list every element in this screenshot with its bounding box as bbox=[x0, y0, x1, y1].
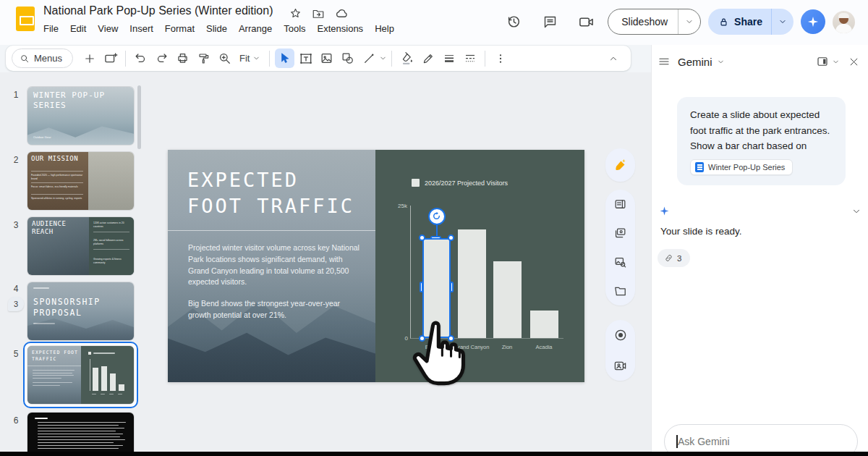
star-icon[interactable] bbox=[289, 7, 302, 20]
menu-file[interactable]: File bbox=[38, 20, 64, 37]
slideshow-label[interactable]: Slideshow bbox=[608, 9, 678, 35]
selection-handle-left[interactable] bbox=[420, 282, 423, 292]
thumb5-textline bbox=[33, 375, 74, 376]
menu-view[interactable]: View bbox=[92, 20, 124, 37]
rotate-arrow-icon bbox=[432, 211, 441, 221]
bar-big-bend[interactable]: Big Bend bbox=[422, 206, 451, 338]
insert-line-button[interactable] bbox=[359, 48, 378, 68]
slideshow-button[interactable]: Slideshow bbox=[608, 9, 701, 35]
selection-handle-top[interactable] bbox=[430, 236, 441, 240]
border-color-button[interactable] bbox=[418, 48, 438, 68]
images-button[interactable] bbox=[606, 219, 635, 248]
slide-thumbnail-6[interactable] bbox=[27, 413, 134, 456]
close-panel-icon[interactable] bbox=[848, 56, 859, 67]
text-box-button[interactable] bbox=[296, 48, 315, 68]
slideshow-dropdown[interactable] bbox=[678, 9, 700, 35]
slide-thumbnail-3[interactable]: AUDIENCE REACH 120K active customers in … bbox=[27, 217, 134, 275]
bar-label-zion: Zion bbox=[488, 344, 527, 351]
menu-edit[interactable]: Edit bbox=[64, 20, 92, 37]
legend-swatch bbox=[412, 179, 420, 187]
bar-acadia[interactable]: Acadia bbox=[530, 206, 558, 338]
filmstrip-scrollbar[interactable] bbox=[137, 85, 141, 149]
toolbar-divider bbox=[269, 51, 270, 67]
menu-slide[interactable]: Slide bbox=[200, 20, 233, 37]
bar-grand-canyon[interactable]: Grand Canyon bbox=[458, 206, 486, 338]
new-slide-layout-button[interactable] bbox=[101, 48, 120, 68]
undo-button[interactable] bbox=[131, 48, 150, 68]
border-weight-button[interactable] bbox=[439, 48, 459, 68]
menu-help[interactable]: Help bbox=[369, 20, 400, 37]
slide4-comment-badge[interactable]: 3 bbox=[8, 297, 24, 311]
panel-position-icon[interactable] bbox=[816, 55, 829, 68]
lock-icon bbox=[718, 17, 729, 28]
menu-tools[interactable]: Tools bbox=[278, 20, 311, 37]
slide-title[interactable]: EXPECTED FOOT TRAFFIC bbox=[187, 167, 354, 220]
menu-arrange[interactable]: Arrange bbox=[233, 20, 278, 37]
camera-record-button[interactable] bbox=[606, 351, 635, 380]
thumb5-mini-bar bbox=[110, 373, 116, 391]
menus-search[interactable]: Menus bbox=[12, 48, 73, 68]
image-search-button[interactable] bbox=[606, 248, 635, 276]
redo-button[interactable] bbox=[152, 48, 171, 68]
gemini-create-image-button[interactable] bbox=[606, 151, 635, 180]
slide-canvas[interactable]: EXPECTED FOOT TRAFFIC Projected winter v… bbox=[168, 150, 584, 382]
slides-logo-icon[interactable] bbox=[16, 7, 35, 31]
bar-zion[interactable]: Zion bbox=[493, 206, 522, 338]
more-options-button[interactable] bbox=[490, 48, 510, 68]
panel-position-dropdown[interactable] bbox=[832, 58, 840, 66]
insert-image-button[interactable] bbox=[317, 48, 336, 68]
record-button[interactable] bbox=[606, 321, 635, 350]
rotate-handle[interactable] bbox=[428, 208, 446, 225]
menu-insert[interactable]: Insert bbox=[124, 20, 159, 37]
collapse-toolbar-button[interactable] bbox=[603, 48, 623, 68]
user-message-text: Create a slide about expected foot traff… bbox=[690, 107, 833, 154]
slide-paragraph-1: Projected winter visitor volume across k… bbox=[188, 242, 363, 288]
slide-thumbnail-5[interactable]: EXPECTED FOOT TRAFFIC bbox=[27, 346, 134, 404]
zoom-select[interactable]: Fit bbox=[235, 53, 265, 64]
line-dropdown[interactable] bbox=[379, 54, 387, 62]
move-folder-icon[interactable] bbox=[312, 7, 325, 20]
bar-zion-fill[interactable] bbox=[493, 261, 522, 338]
slide-thumbnail-2[interactable]: OUR MISSION Founded 2020 — high performa… bbox=[27, 152, 134, 210]
insert-shape-button[interactable] bbox=[338, 48, 357, 68]
share-button[interactable]: Share bbox=[708, 9, 793, 35]
gemini-button[interactable] bbox=[801, 9, 825, 34]
folder-button[interactable] bbox=[606, 276, 635, 305]
selection-handle-top-left[interactable] bbox=[419, 235, 425, 241]
document-title[interactable]: National Park Pop-Up Series (Winter edit… bbox=[43, 4, 273, 17]
print-button[interactable] bbox=[173, 48, 192, 68]
thumb6-textline bbox=[38, 422, 126, 423]
slide-thumbnail-1[interactable]: WINTER POP-UP SERIES Outdoor Gear bbox=[27, 87, 134, 145]
zoom-button[interactable] bbox=[215, 48, 234, 68]
paint-format-button[interactable] bbox=[194, 48, 213, 68]
fill-color-button[interactable] bbox=[397, 48, 417, 68]
border-dash-button[interactable] bbox=[460, 48, 480, 68]
sources-chip[interactable]: 3 bbox=[658, 249, 690, 267]
cloud-saved-icon[interactable] bbox=[335, 7, 349, 20]
templates-button[interactable] bbox=[606, 190, 635, 219]
meet-camera-icon[interactable] bbox=[571, 7, 600, 36]
share-dropdown[interactable] bbox=[772, 9, 793, 35]
new-slide-button[interactable] bbox=[80, 48, 99, 68]
version-history-icon[interactable] bbox=[499, 7, 528, 36]
toolbar-divider bbox=[485, 51, 485, 67]
menu-format[interactable]: Format bbox=[159, 20, 200, 37]
bar-chart-region[interactable]: 2026/2027 Projected Visitors 25k 0 bbox=[375, 150, 584, 382]
share-label[interactable]: Share bbox=[734, 16, 762, 28]
slide-thumbnail-4[interactable]: SPONSORSHIP PROPOSAL bbox=[27, 282, 134, 340]
select-tool-button[interactable] bbox=[275, 48, 294, 68]
menu-extensions[interactable]: Extensions bbox=[312, 20, 370, 37]
hamburger-menu-icon[interactable] bbox=[658, 55, 671, 68]
bar-acadia-fill[interactable] bbox=[530, 311, 558, 338]
gemini-panel-title: Gemini bbox=[678, 56, 712, 68]
thumb5-textline bbox=[33, 373, 72, 373]
selection-handle-top-right[interactable] bbox=[448, 235, 454, 241]
attachment-chip[interactable]: Winter Pop-Up Series bbox=[690, 159, 793, 175]
search-icon bbox=[20, 54, 30, 64]
collapse-response-icon[interactable] bbox=[851, 206, 861, 216]
avatar[interactable] bbox=[833, 11, 855, 33]
gemini-title-dropdown[interactable] bbox=[717, 58, 725, 66]
comments-icon[interactable] bbox=[535, 7, 564, 36]
slide-body-text[interactable]: Projected winter visitor volume across k… bbox=[188, 242, 363, 321]
selection-handle-right[interactable] bbox=[450, 282, 454, 292]
